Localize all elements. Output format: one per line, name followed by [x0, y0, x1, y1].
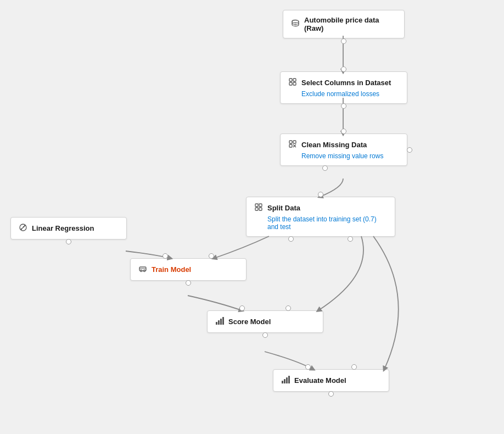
train-icon: [138, 264, 147, 275]
node-train-model[interactable]: Train Model: [130, 258, 247, 281]
svg-rect-12: [259, 204, 262, 207]
svg-rect-31: [286, 377, 288, 383]
svg-rect-13: [255, 208, 258, 210]
svg-rect-4: [289, 82, 292, 85]
node-automobile[interactable]: Automobile price data (Raw): [283, 10, 405, 38]
clean-output-left-dot: [322, 165, 328, 171]
automobile-title: Automobile price data (Raw): [304, 16, 396, 32]
svg-rect-2: [289, 79, 292, 81]
node-clean-missing[interactable]: Clean Missing Data Remove missing value …: [280, 133, 407, 166]
node-score-model[interactable]: Score Model: [207, 310, 323, 333]
svg-rect-28: [222, 317, 224, 325]
svg-point-19: [23, 226, 24, 227]
svg-rect-7: [293, 141, 296, 143]
svg-point-23: [144, 270, 145, 272]
database-icon: [291, 19, 300, 30]
score-icon: [215, 316, 224, 327]
clean-missing-subtitle: Remove missing value rows: [288, 152, 399, 160]
svg-rect-29: [282, 381, 283, 383]
node-split-data[interactable]: Split Data Split the dataset into traini…: [246, 197, 395, 237]
evaluate-icon: [281, 375, 290, 386]
clean-icon: [288, 140, 297, 150]
svg-rect-11: [255, 204, 258, 207]
split-data-title: Split Data: [267, 204, 300, 212]
svg-point-1: [292, 20, 299, 23]
train-input-right-dot: [209, 253, 214, 259]
score-input-right-dot: [285, 305, 291, 311]
linear-regression-title: Linear Regression: [32, 224, 94, 232]
svg-rect-25: [216, 322, 217, 325]
clean-input-dot: [341, 129, 346, 134]
regression-output-dot: [66, 239, 71, 244]
evaluate-output-dot: [328, 391, 334, 397]
split-icon: [254, 203, 263, 213]
split-input-dot: [318, 192, 323, 197]
clean-output-right-dot: [407, 147, 412, 153]
regression-icon: [19, 223, 27, 233]
split-output-left-dot: [288, 236, 294, 242]
select-icon: [288, 77, 297, 88]
score-model-title: Score Model: [228, 318, 271, 326]
svg-line-17: [21, 226, 25, 229]
evaluate-input-left-dot: [305, 364, 311, 370]
score-input-left-dot: [239, 305, 245, 311]
svg-rect-8: [289, 144, 292, 147]
svg-rect-30: [284, 379, 285, 383]
node-linear-regression[interactable]: Linear Regression: [10, 217, 127, 240]
select-columns-subtitle: Exclude normalized losses: [288, 90, 399, 98]
svg-rect-27: [220, 319, 222, 325]
clean-missing-title: Clean Missing Data: [301, 141, 367, 149]
node-evaluate-model[interactable]: Evaluate Model: [273, 369, 389, 392]
select-columns-title: Select Columns in Dataset: [301, 79, 391, 87]
score-output-dot: [262, 332, 268, 338]
svg-rect-14: [259, 208, 262, 210]
evaluate-input-right-dot: [351, 364, 357, 370]
split-data-subtitle: Split the dataset into training set (0.7…: [254, 215, 387, 231]
train-model-title: Train Model: [152, 265, 191, 274]
svg-rect-6: [289, 141, 292, 143]
select-input-dot: [341, 66, 346, 72]
train-input-left-dot: [163, 253, 168, 259]
svg-rect-5: [293, 82, 296, 85]
svg-rect-3: [293, 79, 296, 81]
pipeline-canvas: Automobile price data (Raw) Select Colum…: [0, 0, 504, 434]
train-output-dot: [186, 280, 191, 286]
select-output-dot: [341, 103, 346, 109]
split-output-right-dot: [348, 236, 353, 242]
svg-point-20: [24, 225, 25, 226]
evaluate-model-title: Evaluate Model: [294, 376, 346, 385]
node-select-columns[interactable]: Select Columns in Dataset Exclude normal…: [280, 71, 407, 104]
automobile-output-dot: [341, 38, 346, 44]
svg-point-18: [21, 229, 22, 230]
svg-rect-32: [288, 376, 290, 383]
svg-rect-26: [218, 320, 220, 325]
svg-point-22: [141, 270, 142, 272]
